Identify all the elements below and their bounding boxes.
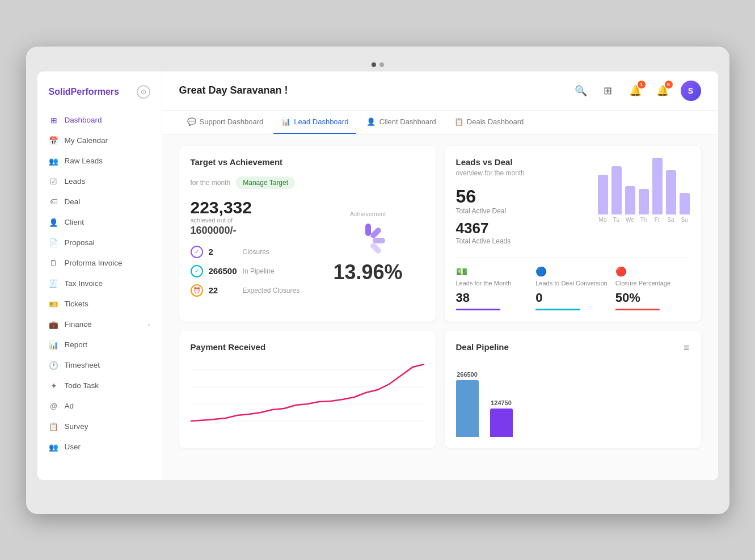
bar-su-bar	[680, 193, 690, 214]
sidebar-item-tax-invoice[interactable]: 🧾 Tax Invoice	[37, 273, 162, 294]
sidebar-item-proforma-invoice[interactable]: 🗒 Proforma Invoice	[37, 253, 162, 273]
monitor-screen: SolidPerformers ⊙ ⊞ Dashboard 📅 My Calen…	[37, 71, 718, 480]
bar-th-label: Th	[640, 217, 647, 223]
svg-rect-2	[373, 238, 385, 243]
proposal-icon: 📄	[49, 238, 59, 248]
bar-th: Th	[639, 189, 649, 223]
achieved-amount: 223,332	[191, 198, 303, 217]
header: Great Day Saravanan ! 🔍 ⊞ 🔔 1	[162, 71, 718, 111]
apps-icon: ⊞	[604, 85, 612, 97]
main-content: Great Day Saravanan ! 🔍 ⊞ 🔔 1	[162, 71, 718, 480]
sidebar-item-report[interactable]: 📊 Report	[37, 335, 162, 355]
pipeline-value: 266500	[209, 266, 237, 276]
bar-sa-bar	[666, 170, 676, 214]
sidebar-item-leads[interactable]: ☑ Leads	[37, 171, 162, 192]
metric-closure-pct: 🔴 Closure Percentage 50%	[615, 266, 690, 310]
pipeline-bar-2-bar	[490, 409, 513, 437]
dashboard-content: Target vs Achievement for the month Mana…	[162, 134, 718, 460]
closure-bar	[615, 309, 660, 310]
sidebar-item-raw-leads[interactable]: 👥 Raw Leads	[37, 151, 162, 171]
payment-chart-svg	[191, 359, 424, 432]
payment-card-title: Payment Received	[191, 342, 424, 352]
leads-deal-header: Leads vs Deal overview for the month 56 …	[456, 157, 690, 250]
bar-sa-label: Sa	[667, 217, 674, 223]
sidebar-label-deal: Deal	[65, 197, 81, 206]
sidebar-label-ad: Ad	[65, 402, 74, 410]
pipeline-title: Deal Pipeline	[456, 342, 509, 352]
tab-client-dashboard[interactable]: 👤 Client Dashboard	[358, 111, 444, 134]
sidebar-item-dashboard[interactable]: ⊞ Dashboard	[37, 110, 162, 130]
pipeline-label: In Pipeline	[243, 267, 275, 275]
alert-button[interactable]: 🔔 1	[626, 82, 644, 100]
survey-icon: 📋	[49, 422, 59, 432]
app-container: SolidPerformers ⊙ ⊞ Dashboard 📅 My Calen…	[37, 71, 718, 480]
pipeline-menu-dots[interactable]: ≡	[684, 342, 690, 354]
user-avatar[interactable]: S	[681, 81, 701, 101]
user-icon: 👥	[49, 442, 59, 452]
sidebar-item-ad[interactable]: @ Ad	[37, 396, 162, 416]
achievement-spinner	[348, 221, 388, 260]
bar-fr-bar	[652, 158, 663, 214]
bar-th-bar	[639, 189, 649, 214]
proforma-icon: 🗒	[49, 258, 59, 268]
closure-icon: 🔴	[615, 266, 690, 277]
sidebar-item-user[interactable]: 👥 User	[37, 437, 162, 457]
sidebar-label-raw-leads: Raw Leads	[65, 157, 103, 165]
expected-value: 22	[209, 285, 237, 295]
search-icon: 🔍	[575, 85, 587, 97]
target-right: Achievement 13.96%	[312, 198, 424, 297]
tab-lead-dashboard[interactable]: 📊 Lead Dashboard	[273, 111, 356, 134]
client-tab-label: Client Dashboard	[379, 117, 436, 126]
apps-button[interactable]: ⊞	[599, 82, 617, 100]
manage-target-button[interactable]: Manage Target	[236, 176, 295, 189]
sidebar-toggle[interactable]: ⊙	[137, 85, 150, 99]
tab-support-dashboard[interactable]: 💬 Support Dashboard	[179, 111, 272, 134]
bar-we-label: We	[626, 217, 634, 223]
bar-sa: Sa	[666, 170, 676, 223]
leads-deal-subtitle: overview for the month	[456, 169, 525, 177]
lead-tab-icon: 📊	[281, 117, 290, 126]
stat-expected: ⏰ 22 Expected Closures	[191, 284, 303, 297]
bar-mo: Mo	[598, 175, 608, 223]
pipeline-header: Deal Pipeline ≡	[456, 342, 690, 354]
sidebar-item-todo-task[interactable]: ✦ Todo Task	[37, 376, 162, 396]
achievement-percentage: 13.96%	[333, 260, 402, 284]
header-actions: 🔍 ⊞ 🔔 1 🔔 6 S	[572, 81, 701, 101]
leads-deal-card: Leads vs Deal overview for the month 56 …	[445, 146, 701, 322]
notification-button[interactable]: 🔔 6	[653, 82, 672, 100]
bar-we: We	[625, 186, 635, 223]
logo-text: SolidPerformers	[49, 87, 119, 97]
bar-chart: Mo Tu We	[598, 157, 690, 225]
target-amount: 1600000/-	[191, 225, 303, 237]
pipeline-chart: 266500 124750	[456, 363, 690, 437]
alert-badge: 1	[638, 81, 646, 89]
search-button[interactable]: 🔍	[572, 82, 590, 100]
pipeline-bar-2: 124750	[490, 399, 513, 437]
leads-deal-title: Leads vs Deal	[456, 157, 525, 167]
achieved-label: achieved out of	[191, 217, 303, 224]
total-active-leads-label: Total Active Leads	[456, 237, 525, 245]
bar-mo-bar	[598, 175, 608, 214]
closure-title: Closure Percentage	[615, 279, 690, 287]
sidebar-item-timesheet[interactable]: 🕐 Timesheet	[37, 355, 162, 376]
leads-month-bar	[456, 309, 500, 310]
sidebar-item-client[interactable]: 👤 Client	[37, 212, 162, 233]
svg-rect-3	[369, 242, 382, 255]
sidebar-label-finance: Finance	[65, 320, 92, 329]
pipeline-bar-2-val: 124750	[491, 399, 512, 406]
sidebar-item-deal[interactable]: 🏷 Deal	[37, 192, 162, 212]
sidebar-item-proposal[interactable]: 📄 Proposal	[37, 233, 162, 253]
bar-su: Su	[680, 193, 690, 223]
leads-deal-left: Leads vs Deal overview for the month 56 …	[456, 157, 525, 250]
for-the-month-label: for the month	[191, 179, 231, 187]
sidebar-label-survey: Survey	[65, 422, 88, 431]
sidebar-item-my-calendar[interactable]: 📅 My Calendar	[37, 130, 162, 151]
payment-received-card: Payment Received	[179, 331, 436, 448]
bar-tu-label: Tu	[613, 217, 619, 223]
sidebar-label-tax-invoice: Tax Invoice	[65, 279, 103, 288]
sidebar-item-tickets[interactable]: 🎫 Tickets	[37, 294, 162, 314]
sidebar-item-survey[interactable]: 📋 Survey	[37, 416, 162, 437]
sidebar-item-finance[interactable]: 💼 Finance ›	[37, 314, 162, 335]
screen-dots	[37, 58, 718, 71]
tab-deals-dashboard[interactable]: 📋 Deals Dashboard	[446, 111, 532, 134]
